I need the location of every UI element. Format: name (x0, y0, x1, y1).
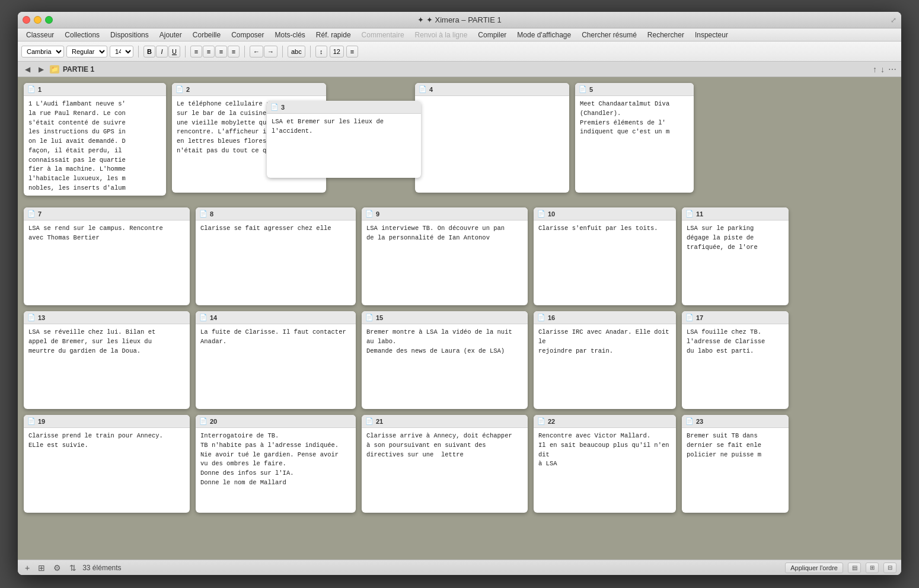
title-icon: ✦ (417, 15, 424, 24)
card-22-header: 📄 22 (534, 415, 676, 428)
menu-chercher-resume[interactable]: Chercher résumé (577, 30, 642, 40)
content-area[interactable]: 📄 1 1 L'Audi flambant neuve s' la rue Pa… (18, 77, 901, 560)
card-num: 3 (281, 104, 285, 111)
statusbar: + ⊞ ⚙ ⇅ 33 éléments Appliquer l'ordre ▤ … (18, 560, 901, 575)
card-icon: 📄 (199, 314, 208, 321)
breadcrumb-back-button[interactable]: ◀ (23, 64, 33, 75)
sort-button[interactable]: ⇅ (67, 563, 79, 573)
indent-more-button[interactable]: → (264, 46, 277, 57)
card-19[interactable]: 📄 19 Clarisse prend le train pour Annecy… (24, 415, 190, 513)
card-7-body: LSA se rend sur le campus. Rencontre ave… (24, 220, 190, 247)
card-row-3: 📄 13 LSA se réveille chez lui. Bilan et … (24, 311, 895, 409)
card-13[interactable]: 📄 13 LSA se réveille chez lui. Bilan et … (24, 311, 190, 409)
size-selector[interactable]: 14 (110, 46, 133, 57)
card-1-header: 📄 1 (24, 83, 166, 96)
card-23-header: 📄 23 (682, 415, 789, 428)
menu-ajouter[interactable]: Ajouter (155, 30, 187, 40)
card-icon: 📄 (27, 210, 36, 218)
settings-button[interactable]: ⚙ (51, 563, 63, 573)
add-folder-button[interactable]: ⊞ (36, 563, 47, 573)
menu-corbeille[interactable]: Corbeille (188, 30, 225, 40)
resize-icon[interactable]: ⤢ (891, 16, 896, 24)
card-22[interactable]: 📄 22 Rencontre avec Victor Mallard. Il e… (534, 415, 676, 513)
card-4-body (415, 96, 569, 103)
underline-button[interactable]: U (168, 46, 180, 57)
card-num: 23 (696, 418, 703, 425)
align-justify-button[interactable]: ≡ (228, 46, 240, 57)
card-9[interactable]: 📄 9 LSA interviewe TB. On découvre un pa… (362, 207, 528, 305)
toolbar-divider-5 (310, 46, 311, 57)
menu-mots-cles[interactable]: Mots-clés (270, 30, 310, 40)
card-20[interactable]: 📄 20 Interrogatoire de TB. TB n'habite p… (196, 415, 356, 513)
view-list-button[interactable]: ▤ (848, 563, 861, 573)
window-title: ✦ ✦ Ximera – PARTIE 1 (417, 15, 501, 24)
card-row-1: 📄 1 1 L'Audi flambant neuve s' la rue Pa… (24, 83, 895, 202)
extra-button[interactable]: ≡ (346, 46, 358, 57)
align-center-button[interactable]: ≡ (203, 46, 215, 57)
italic-button[interactable]: I (156, 46, 168, 57)
align-buttons: ≡ ≡ ≡ ≡ (190, 46, 240, 57)
close-button[interactable] (23, 16, 30, 24)
view-card-button[interactable]: ⊟ (883, 563, 896, 573)
menu-inspecteur[interactable]: Inspecteur (690, 30, 733, 40)
card-11[interactable]: 📄 11 LSA sur le parking dégage la piste … (682, 207, 789, 305)
card-11-body: LSA sur le parking dégage la piste de tr… (682, 220, 789, 255)
card-15-body: Bremer montre à LSA la vidéo de la nuit … (362, 324, 528, 359)
card-3[interactable]: 📄 3 LSA et Bremer sur les lieux de l'acc… (267, 101, 421, 178)
breadcrumb-down-button[interactable]: ↓ (880, 65, 885, 74)
card-14-header: 📄 14 (196, 311, 356, 324)
linespace-button[interactable]: ↕ (315, 46, 327, 57)
card-8[interactable]: 📄 8 Clarisse se fait agresser chez elle (196, 207, 356, 305)
card-19-header: 📄 19 (24, 415, 190, 428)
card-grid: 📄 1 1 L'Audi flambant neuve s' la rue Pa… (18, 77, 901, 519)
add-button[interactable]: + (23, 563, 32, 573)
minimize-button[interactable] (34, 16, 42, 24)
card-2-header: 📄 2 (172, 83, 326, 96)
menu-rechercher[interactable]: Rechercher (643, 30, 689, 40)
card-9-header: 📄 9 (362, 207, 528, 220)
card-1[interactable]: 📄 1 1 L'Audi flambant neuve s' la rue Pa… (24, 83, 166, 196)
align-left-button[interactable]: ≡ (190, 46, 202, 57)
menu-collections[interactable]: Collections (60, 30, 104, 40)
card-10-body: Clarisse s'enfuit par les toits. (534, 220, 676, 237)
view-grid-button[interactable]: ⊞ (866, 563, 879, 573)
maximize-button[interactable] (45, 16, 53, 24)
card-7[interactable]: 📄 7 LSA se rend sur le campus. Rencontre… (24, 207, 190, 305)
menu-commentaire: Commentaire (357, 30, 409, 40)
card-icon: 📄 (199, 210, 208, 218)
align-right-button[interactable]: ≡ (215, 46, 227, 57)
card-1-body: 1 L'Audi flambant neuve s' la rue Paul R… (24, 96, 166, 196)
apply-order-button[interactable]: Appliquer l'ordre (785, 563, 843, 573)
card-num: 17 (696, 314, 703, 321)
breadcrumb-forward-button[interactable]: ▶ (36, 64, 46, 75)
card-23[interactable]: 📄 23 Bremer suit TB dans dernier se fait… (682, 415, 789, 513)
fontsize2-button[interactable]: 12 (330, 46, 344, 57)
card-15-header: 📄 15 (362, 311, 528, 324)
card-7-header: 📄 7 (24, 207, 190, 220)
menu-classeur[interactable]: Classeur (21, 30, 59, 40)
color-button[interactable]: abc (288, 46, 305, 57)
card-21[interactable]: 📄 21 Clarisse arrive à Annecy, doit écha… (362, 415, 528, 513)
menu-mode-affichage[interactable]: Mode d'affichage (512, 30, 576, 40)
card-21-header: 📄 21 (362, 415, 528, 428)
card-17[interactable]: 📄 17 LSA fouille chez TB. l'adresse de C… (682, 311, 789, 409)
menu-ref-rapide[interactable]: Réf. rapide (311, 30, 356, 40)
card-5[interactable]: 📄 5 Meet Chandaartalmut Diva (Chandler).… (575, 83, 694, 193)
breadcrumb-up-button[interactable]: ↑ (873, 65, 877, 74)
card-num: 4 (429, 86, 433, 93)
card-14[interactable]: 📄 14 La fuite de Clarisse. Il faut conta… (196, 311, 356, 409)
card-icon: 📄 (365, 314, 374, 321)
card-10[interactable]: 📄 10 Clarisse s'enfuit par les toits. (534, 207, 676, 305)
bold-button[interactable]: B (143, 46, 155, 57)
menu-compiler[interactable]: Compiler (473, 30, 511, 40)
menu-dispositions[interactable]: Dispositions (106, 30, 154, 40)
menu-composer[interactable]: Composer (226, 30, 269, 40)
card-15[interactable]: 📄 15 Bremer montre à LSA la vidéo de la … (362, 311, 528, 409)
card-4[interactable]: 📄 4 (415, 83, 569, 193)
style-selector[interactable]: Regular (66, 46, 107, 57)
indent-less-button[interactable]: ← (250, 46, 263, 57)
card-16[interactable]: 📄 16 Clarisse IRC avec Anadar. Elle doit… (534, 311, 676, 409)
font-selector[interactable]: Cambria (21, 46, 64, 57)
card-num: 9 (376, 210, 379, 218)
breadcrumb-more-button[interactable]: ⋯ (888, 65, 896, 74)
